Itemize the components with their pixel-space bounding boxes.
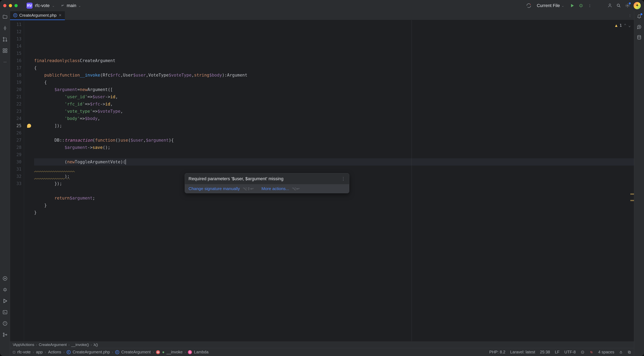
tooltip-action-change-signature[interactable]: Change signature manually ⌥⇧↩ <box>188 186 254 191</box>
pull-requests-icon[interactable] <box>2 36 8 43</box>
code-line[interactable] <box>34 151 634 158</box>
svg-point-17 <box>3 335 4 336</box>
intention-bulb-icon[interactable] <box>27 124 31 128</box>
breadcrumb-item[interactable]: CreateArgument <box>39 342 67 347</box>
code-line[interactable]: DB::transaction(function () use ($user, … <box>34 137 634 144</box>
code-line[interactable] <box>34 129 634 137</box>
ai-assistant-icon[interactable] <box>634 2 641 9</box>
more-tools-icon[interactable]: ⋯ <box>2 59 8 65</box>
error-stripe[interactable] <box>630 20 634 341</box>
code-line[interactable]: } <box>34 209 634 216</box>
reader-mode-icon[interactable] <box>580 350 584 354</box>
vcs-tool-icon[interactable] <box>2 331 8 338</box>
overlays-icon[interactable] <box>628 350 631 354</box>
more-run-icon[interactable]: ⋮ <box>587 3 592 9</box>
code-line[interactable]: (new ToggleArgumentVote)( <box>34 158 634 166</box>
code-line[interactable]: 'user_id' => $user->id, <box>34 93 634 101</box>
minimize-window[interactable] <box>9 4 12 7</box>
breadcrumb-item[interactable]: λ() <box>94 342 98 347</box>
class-icon: C <box>13 13 17 17</box>
branch-name: main <box>67 3 76 8</box>
code-line[interactable]: 'rfc_id' => $rfc->id, <box>34 101 634 108</box>
chevron-down-icon: ⌄ <box>52 4 54 8</box>
status-indent[interactable]: 4 spaces <box>598 350 614 354</box>
vcs-branch-selector[interactable]: main ⌄ <box>61 3 81 8</box>
window-controls <box>3 4 18 7</box>
prev-highlight-icon[interactable]: ⌃ <box>624 22 626 29</box>
run-tool-icon[interactable] <box>2 298 8 304</box>
svg-point-6 <box>3 40 4 41</box>
svg-rect-10 <box>3 51 4 53</box>
status-php[interactable]: PHP: 8.2 <box>489 350 505 354</box>
warning-count: 1 <box>620 22 622 29</box>
ai-chat-icon[interactable] <box>636 24 642 30</box>
code-line[interactable]: { <box>34 79 634 86</box>
code-line[interactable]: { <box>34 64 634 72</box>
code-line[interactable]: $argument->save(); <box>34 144 634 151</box>
status-eol[interactable]: LF <box>555 350 560 354</box>
settings-icon[interactable] <box>625 3 630 9</box>
breadcrumb[interactable]: \App\Actions › CreateArgument › __invoke… <box>10 341 634 348</box>
code-with-me-icon[interactable] <box>607 3 613 9</box>
close-tab-icon[interactable]: ✕ <box>58 13 62 18</box>
close-window[interactable] <box>3 4 6 7</box>
status-position[interactable]: 25:38 <box>540 350 550 354</box>
svg-point-7 <box>6 40 6 41</box>
code-editor[interactable]: 1112131415161718192021222324252627282930… <box>10 20 634 341</box>
editor-tabs: C CreateArgument.php ✕ ⋮ <box>10 11 634 20</box>
database-tool-icon[interactable] <box>636 35 642 40</box>
zoom-window[interactable] <box>14 4 18 7</box>
project-selector[interactable]: RV rfc-vote ⌄ <box>26 3 54 9</box>
code-line[interactable]: $argument = new Argument([ <box>34 86 634 93</box>
nav-item[interactable]: rfc-vote <box>17 350 31 354</box>
code-line[interactable]: ]); <box>34 122 634 129</box>
nav-item[interactable]: __invoke <box>166 350 183 354</box>
code-line[interactable]: } <box>34 202 634 209</box>
tooltip-more-icon[interactable]: ⋮ <box>341 176 346 181</box>
lock-icon[interactable] <box>619 350 623 354</box>
terminal-tool-icon[interactable] <box>2 309 8 315</box>
nav-item[interactable]: app <box>36 350 42 354</box>
tooltip-action-more[interactable]: More actions... ⌥↩ <box>262 186 300 191</box>
debug-button[interactable] <box>578 3 584 9</box>
lambda-icon: λ <box>188 350 192 354</box>
problems-tool-icon[interactable] <box>2 320 8 327</box>
svg-rect-9 <box>6 49 7 50</box>
module-icon <box>13 351 15 353</box>
project-tool-icon[interactable] <box>2 14 8 20</box>
right-tool-stripe <box>634 11 644 356</box>
inspection-widget[interactable]: ▲ 1 ⌃ ⌄ <box>615 22 631 29</box>
status-laravel[interactable]: Laravel: latest <box>510 350 535 354</box>
run-config-label: Current File <box>537 3 560 8</box>
notifications-icon[interactable] <box>636 14 642 19</box>
services-tool-icon[interactable] <box>2 275 8 282</box>
code-line[interactable]: 'vote_type' => $voteType, <box>34 108 634 115</box>
debug-listener-icon[interactable] <box>590 350 594 354</box>
commit-tool-icon[interactable] <box>2 25 8 31</box>
nav-item[interactable]: Lambda <box>194 350 208 354</box>
debug-tool-icon[interactable] <box>2 286 8 293</box>
search-icon[interactable] <box>616 3 622 9</box>
status-encoding[interactable]: UTF-8 <box>564 350 576 354</box>
class-icon: C <box>67 350 71 354</box>
branch-icon <box>61 4 65 8</box>
left-tool-stripe: ⋯ <box>0 11 10 356</box>
breadcrumb-item[interactable]: \App\Actions <box>13 342 34 347</box>
code-line[interactable]: return $argument; <box>34 194 634 202</box>
nav-item[interactable]: CreateArgument.php <box>73 350 110 354</box>
updates-icon[interactable] <box>526 3 532 9</box>
structure-tool-icon[interactable] <box>2 48 8 54</box>
run-button[interactable] <box>569 3 575 9</box>
tabs-more-icon[interactable]: ⋮ <box>628 13 634 19</box>
tab-createargument[interactable]: C CreateArgument.php ✕ <box>10 11 65 20</box>
code-line[interactable]: public function __invoke(Rfc $rfc, User … <box>34 72 634 79</box>
code-line[interactable]: final readonly class CreateArgument <box>34 57 634 64</box>
code-line[interactable] <box>34 166 634 173</box>
nav-item[interactable]: Actions <box>48 350 61 354</box>
nav-item[interactable]: CreateArgument <box>121 350 151 354</box>
code-line[interactable]: 'body' => $body, <box>34 115 634 122</box>
svg-point-2 <box>617 4 620 7</box>
code-line[interactable] <box>34 216 634 223</box>
breadcrumb-item[interactable]: __invoke() <box>71 342 89 347</box>
run-config-selector[interactable]: Current File ⌄ <box>535 2 566 9</box>
